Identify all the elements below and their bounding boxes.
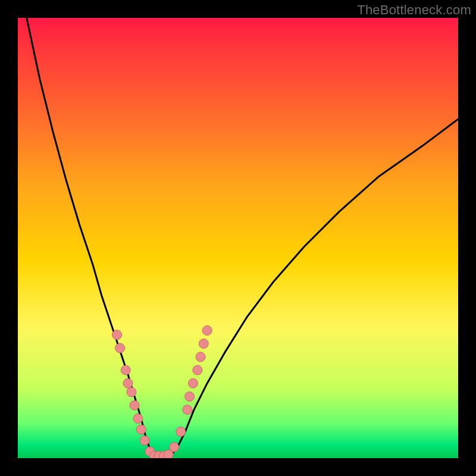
data-dot (140, 436, 149, 445)
data-dot (170, 443, 179, 452)
data-dot (196, 352, 205, 362)
watermark-label: TheBottleneck.com (357, 2, 471, 18)
data-dot (112, 330, 122, 340)
data-dot (193, 365, 202, 375)
bottleneck-curve (27, 18, 458, 458)
data-dot (185, 392, 195, 401)
data-dot (127, 387, 136, 397)
data-dot (202, 325, 212, 335)
chart-frame: TheBottleneck.com (0, 0, 476, 476)
data-dot (130, 400, 139, 410)
plot-area (18, 18, 458, 458)
data-dot (121, 365, 130, 375)
data-dot (133, 414, 143, 423)
data-dot (189, 378, 198, 388)
data-dot (136, 425, 146, 434)
data-dot (199, 339, 208, 349)
data-dot (183, 405, 192, 415)
dots-group (112, 325, 212, 458)
data-dot (115, 343, 125, 353)
data-dot (176, 427, 186, 437)
data-dot (123, 378, 133, 388)
curve-svg (18, 18, 458, 458)
